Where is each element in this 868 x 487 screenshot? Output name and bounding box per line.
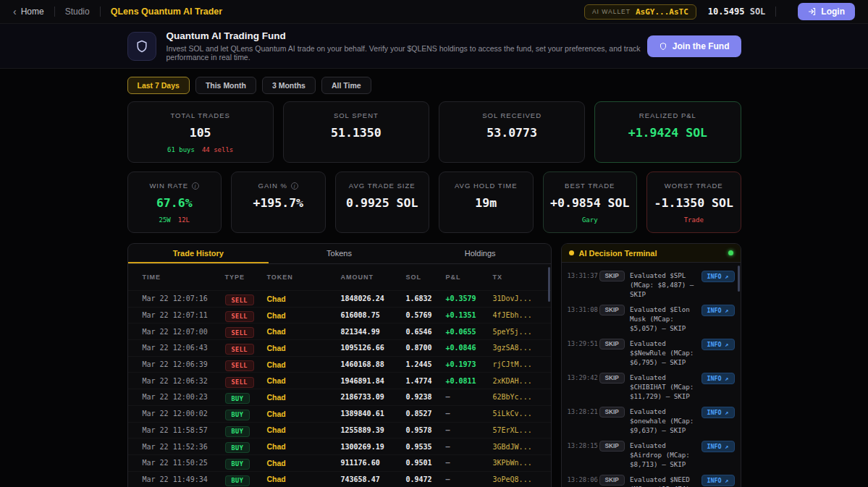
tx-link[interactable]: 3GBdJW... — [493, 443, 536, 451]
stat-sub-item: Gary — [582, 216, 598, 224]
trade-sol: 0.9472 — [406, 475, 446, 483]
tx-link[interactable]: 3oPeQ8... — [493, 475, 536, 483]
table-row[interactable]: Mar 22 11:50:25BUYChad911176.600.9501–3K… — [128, 454, 551, 471]
info-link[interactable]: INFO ↗ — [701, 305, 735, 316]
token-name: Chad — [267, 410, 341, 418]
table-row[interactable]: Mar 22 12:06:32SELLChad1946891.841.4774+… — [128, 372, 551, 389]
info-link[interactable]: INFO ↗ — [701, 475, 735, 486]
tx-link[interactable]: rjCJtM... — [493, 360, 536, 368]
nav-divider — [775, 7, 776, 17]
join-fund-button[interactable]: Join the Fund — [647, 35, 741, 57]
info-icon[interactable]: i — [291, 182, 298, 190]
tab-holdings[interactable]: Holdings — [410, 244, 551, 263]
trade-time: Mar 22 12:07:00 — [143, 328, 225, 336]
trade-type-cell: SELL — [225, 374, 267, 388]
external-link-icon: ↗ — [725, 409, 729, 416]
filter-all-time[interactable]: All Time — [321, 77, 371, 94]
table-row[interactable]: Mar 22 12:07:00SELLChad821344.990.6546+0… — [128, 323, 551, 339]
trade-type-cell: BUY — [225, 407, 267, 420]
table-row[interactable]: Mar 22 11:58:57BUYChad1255889.390.9578–5… — [128, 422, 551, 439]
log-message: Evaluated $SPL (MCap: $8,487) — SKIP — [630, 271, 697, 300]
login-button[interactable]: Login — [798, 3, 855, 20]
trade-type-badge: BUY — [225, 410, 250, 420]
trade-pnl: – — [446, 410, 493, 418]
scrollbar[interactable] — [548, 267, 550, 302]
table-row[interactable]: Mar 22 12:07:16SELLChad1848026.241.6832+… — [128, 290, 551, 307]
stat-card-worst-trade: WORST TRADE-1.1350 SOLTrade — [646, 171, 741, 233]
trade-pnl: – — [446, 393, 493, 401]
token-name: Chad — [267, 311, 341, 320]
wallet-label: AI WALLET — [592, 8, 631, 15]
stat-label: BEST TRADE — [565, 182, 615, 190]
trade-type-cell: SELL — [225, 325, 267, 339]
trade-history-panel: Trade HistoryTokensHoldings TIMETYPETOKE… — [127, 243, 552, 487]
trade-pnl: +0.0655 — [446, 328, 493, 336]
log-timestamp: 13:31:08 — [568, 305, 598, 313]
tx-link[interactable]: 57ErXL... — [493, 426, 536, 434]
skip-badge: SKIP — [599, 407, 625, 418]
stat-value: 0.9925 SOL — [346, 196, 418, 210]
stat-sub-item: 61 buys — [167, 146, 195, 154]
stat-card-avg-trade-size: AVG TRADE SIZE0.9925 SOL — [335, 171, 430, 233]
table-row[interactable]: Mar 22 12:07:11SELLChad616008.750.5769+0… — [128, 307, 551, 323]
stat-card-sol-received: SOL RECEIVED53.0773 — [439, 101, 585, 163]
stat-label: TOTAL TRADES — [170, 111, 229, 119]
trade-type-badge: SELL — [225, 327, 254, 338]
tx-link[interactable]: 5peY5j... — [493, 328, 536, 336]
info-link[interactable]: INFO ↗ — [701, 373, 735, 384]
trade-type-badge: SELL — [225, 295, 254, 305]
table-row[interactable]: Mar 22 12:06:39SELLChad1460168.881.2445+… — [128, 356, 551, 373]
nav-divider — [100, 7, 101, 17]
trade-panel-tabs: Trade HistoryTokensHoldings — [128, 244, 551, 264]
info-link[interactable]: INFO ↗ — [701, 271, 735, 282]
tx-link[interactable]: 3KPbWn... — [493, 459, 536, 467]
table-row[interactable]: Mar 22 11:49:34BUYChad743658.470.9472–3o… — [128, 471, 551, 487]
tx-link[interactable]: 3gzSA8... — [493, 344, 536, 352]
stat-label: WIN RATEi — [149, 182, 199, 190]
info-link[interactable]: INFO ↗ — [701, 407, 735, 418]
nav-studio-link[interactable]: Studio — [65, 7, 90, 17]
table-row[interactable]: Mar 22 12:00:23BUYChad2186733.090.9238–6… — [128, 389, 551, 405]
external-link-icon: ↗ — [725, 273, 729, 280]
tx-link[interactable]: 62BbYc... — [493, 393, 536, 401]
column-header-token: TOKEN — [267, 274, 341, 281]
back-home-button[interactable]: ‹ Home — [13, 7, 44, 17]
tab-trade-history[interactable]: Trade History — [128, 244, 269, 263]
stat-label: REALIZED P&L — [639, 111, 696, 119]
shield-icon — [659, 42, 667, 51]
trade-type-cell: SELL — [225, 357, 267, 371]
tx-link[interactable]: 31DovJ... — [493, 295, 536, 302]
trade-sol: 0.5769 — [406, 311, 446, 319]
app-title: QLens Quantum AI Trader — [111, 7, 222, 17]
tx-link[interactable]: 2xKDAH... — [493, 377, 536, 385]
sol-balance-value: 10.5495 — [708, 7, 745, 17]
scrollbar[interactable] — [738, 266, 740, 292]
info-link[interactable]: INFO ↗ — [701, 441, 735, 452]
time-filter-group: Last 7 DaysThis Month3 MonthsAll Time — [127, 77, 741, 94]
filter-last-7-days[interactable]: Last 7 Days — [127, 77, 190, 94]
terminal-dot-icon — [569, 250, 574, 255]
log-timestamp: 13:29:42 — [568, 373, 598, 381]
trade-pnl: +0.3579 — [446, 295, 493, 302]
tab-tokens[interactable]: Tokens — [269, 244, 410, 263]
trade-type-badge: BUY — [225, 442, 250, 453]
log-message: Evaluated $Elon Musk (MCap: $5,057) — SK… — [630, 305, 697, 334]
column-header-sol: SOL — [406, 274, 446, 281]
stat-card-total-trades: TOTAL TRADES10561 buys44 sells — [127, 101, 274, 163]
skip-badge: SKIP — [599, 373, 625, 384]
filter-this-month[interactable]: This Month — [195, 77, 256, 94]
table-row[interactable]: Mar 22 12:00:02BUYChad1389840.610.8527–5… — [128, 405, 551, 422]
trade-time: Mar 22 12:06:43 — [143, 344, 225, 352]
tx-link[interactable]: 5iLkCv... — [493, 410, 536, 418]
filter-3-months[interactable]: 3 Months — [262, 77, 316, 94]
table-row[interactable]: Mar 22 11:52:36BUYChad1300269.190.9535–3… — [128, 438, 551, 454]
table-row[interactable]: Mar 22 12:06:43SELLChad1095126.660.8700+… — [128, 339, 551, 356]
stat-value: 67.6% — [156, 196, 193, 210]
info-link[interactable]: INFO ↗ — [701, 339, 735, 350]
stat-value: +195.7% — [253, 196, 303, 210]
info-icon[interactable]: i — [192, 182, 199, 190]
tx-link[interactable]: 4fJEbh... — [493, 311, 536, 319]
terminal-entry: 13:28:15SKIPEvaluated $Airdrop (MCap: $8… — [568, 438, 735, 472]
trade-type-cell: BUY — [225, 440, 267, 454]
ai-wallet-badge[interactable]: AI WALLET AsGY...AsTC — [584, 4, 696, 20]
